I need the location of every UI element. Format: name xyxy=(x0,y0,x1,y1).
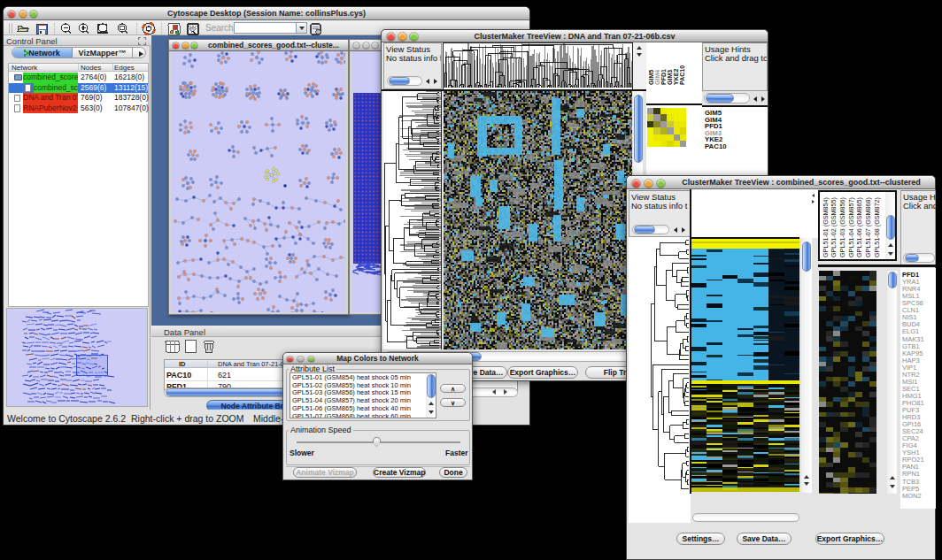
svg-text:GPL51-01 (GSM854): GPL51-01 (GSM854) xyxy=(822,197,830,257)
svg-text:GPL51-06 (GSM865): GPL51-06 (GSM865) xyxy=(855,197,863,257)
svg-text:GPL51-02 (GSM855): GPL51-02 (GSM855) xyxy=(830,197,838,257)
svg-text:GPL51-07 (GSM868): GPL51-07 (GSM868) xyxy=(864,197,872,257)
svg-text:GPL51-08 (GSM872): GPL51-08 (GSM872) xyxy=(873,197,881,257)
svg-text:GPL51-03 (GSM856): GPL51-03 (GSM856) xyxy=(838,197,846,257)
svg-text:GPL51-04 (GSM857): GPL51-04 (GSM857) xyxy=(847,197,855,257)
svg-text:PAC10: PAC10 xyxy=(679,65,685,85)
